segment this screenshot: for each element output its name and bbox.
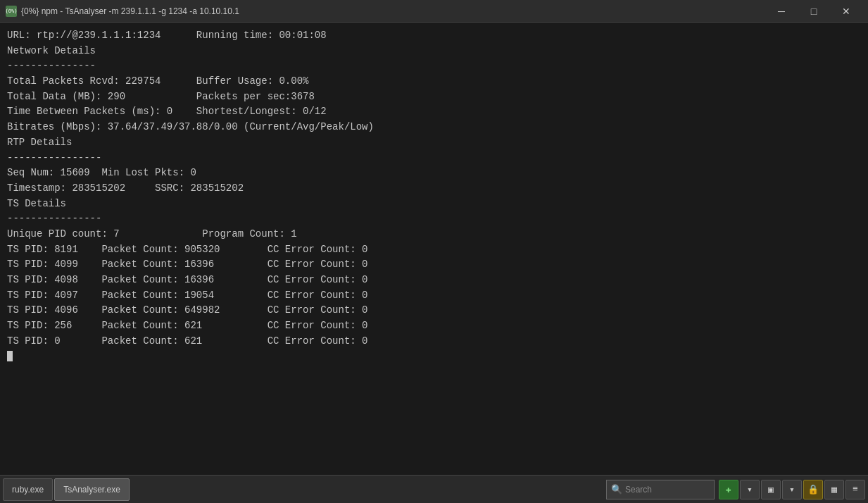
taskbar-tab-ruby-exe[interactable]: ruby.exe <box>3 478 53 501</box>
terminal-line: Time Between Packets (ms): 0 Shortest/Lo… <box>7 104 861 120</box>
terminal-line: ---------------- <box>7 211 861 227</box>
layout-icon[interactable]: ▦ <box>824 480 844 499</box>
terminal-line: Seq Num: 15609 Min Lost Pkts: 0 <box>7 166 861 181</box>
terminal-cursor <box>7 351 13 361</box>
terminal-line: Total Data (MB): 290 Packets per sec:367… <box>7 89 861 105</box>
title-bar: {0%} {0%} npm - TsAnalyser -m 239.1.1.1 … <box>0 0 868 23</box>
terminal-line: TS PID: 0 Packet Count: 621 CC Error Cou… <box>7 334 861 349</box>
taskbar-icon-buttons: ✚▾▣▾🔒▦≡ <box>719 480 865 499</box>
terminal-line: RTP Details <box>7 135 861 151</box>
close-button[interactable]: ✕ <box>830 0 862 23</box>
terminal-line: TS PID: 4099 Packet Count: 16396 CC Erro… <box>7 257 861 273</box>
terminal-line: Network Details <box>7 44 861 59</box>
terminal-line: URL: rtp://@239.1.1.1:1234 Running time:… <box>7 28 861 44</box>
terminal-line: TS PID: 256 Packet Count: 621 CC Error C… <box>7 318 861 334</box>
terminal-line: Bitrates (Mbps): 37.64/37.49/37.88/0.00 … <box>7 120 861 135</box>
window-icon[interactable]: ▣ <box>761 480 781 499</box>
terminal-line: --------------- <box>7 58 861 74</box>
terminal-line: Timestamp: 283515202 SSRC: 283515202 <box>7 181 861 197</box>
terminal-line: TS PID: 4097 Packet Count: 19054 CC Erro… <box>7 288 861 304</box>
menu-icon[interactable]: ≡ <box>845 480 865 499</box>
taskbar-search-box[interactable]: 🔍 <box>606 480 715 499</box>
terminal-cursor-line <box>7 349 861 364</box>
search-input[interactable] <box>625 485 710 495</box>
taskbar-tabs: ruby.exeTsAnalyser.exe <box>3 478 130 501</box>
search-icon: 🔍 <box>611 484 622 495</box>
terminal-line: TS PID: 4098 Packet Count: 16396 CC Erro… <box>7 273 861 288</box>
maximize-button[interactable]: □ <box>798 0 830 23</box>
terminal-line: TS PID: 8191 Packet Count: 905320 CC Err… <box>7 242 861 258</box>
terminal-line: Unique PID count: 7 Program Count: 1 <box>7 227 861 242</box>
terminal-line: Total Packets Rcvd: 229754 Buffer Usage:… <box>7 74 861 89</box>
window-title: {0%} npm - TsAnalyser -m 239.1.1.1 -g 12… <box>21 6 765 16</box>
plus-icon[interactable]: ✚ <box>719 480 738 499</box>
taskbar-tab-tsanalyser-exe[interactable]: TsAnalyser.exe <box>54 478 130 501</box>
lock-icon[interactable]: 🔒 <box>803 480 823 499</box>
app-icon: {0%} <box>6 6 17 17</box>
minimize-button[interactable]: ─ <box>765 0 798 23</box>
terminal-output: URL: rtp://@239.1.1.1:1234 Running time:… <box>0 23 868 475</box>
terminal-line: TS Details <box>7 197 861 212</box>
chevron-down-icon[interactable]: ▾ <box>740 480 760 499</box>
taskbar: ruby.exeTsAnalyser.exe 🔍 ✚▾▣▾🔒▦≡ <box>0 475 868 503</box>
chevron-down-2-icon[interactable]: ▾ <box>782 480 802 499</box>
terminal-line: TS PID: 4096 Packet Count: 649982 CC Err… <box>7 303 861 318</box>
terminal-line: ---------------- <box>7 151 861 166</box>
window-controls: ─ □ ✕ <box>765 0 862 23</box>
